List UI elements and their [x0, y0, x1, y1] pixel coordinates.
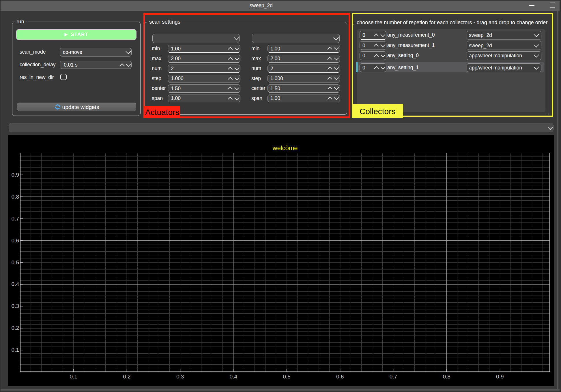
- svg-text:0.7: 0.7: [390, 374, 397, 380]
- svg-text:0.9: 0.9: [496, 374, 504, 380]
- svg-text:0.5: 0.5: [283, 374, 290, 380]
- svg-text:welcṏme: welcṏme: [272, 144, 298, 152]
- svg-text:0.3: 0.3: [12, 303, 19, 309]
- svg-text:0.7: 0.7: [12, 216, 19, 222]
- svg-text:0.5: 0.5: [12, 259, 19, 265]
- svg-text:0.9: 0.9: [12, 172, 19, 178]
- svg-text:0.6: 0.6: [12, 238, 19, 244]
- svg-text:0.2: 0.2: [12, 325, 19, 331]
- svg-text:0.4: 0.4: [12, 281, 19, 287]
- svg-text:0.8: 0.8: [12, 194, 19, 200]
- svg-text:0.6: 0.6: [336, 374, 344, 380]
- svg-text:0.4: 0.4: [230, 374, 238, 380]
- svg-text:0.1: 0.1: [12, 347, 19, 353]
- svg-text:0.2: 0.2: [123, 374, 130, 380]
- svg-text:0.3: 0.3: [176, 374, 184, 380]
- svg-text:0.1: 0.1: [70, 374, 77, 380]
- svg-text:0.8: 0.8: [443, 374, 450, 380]
